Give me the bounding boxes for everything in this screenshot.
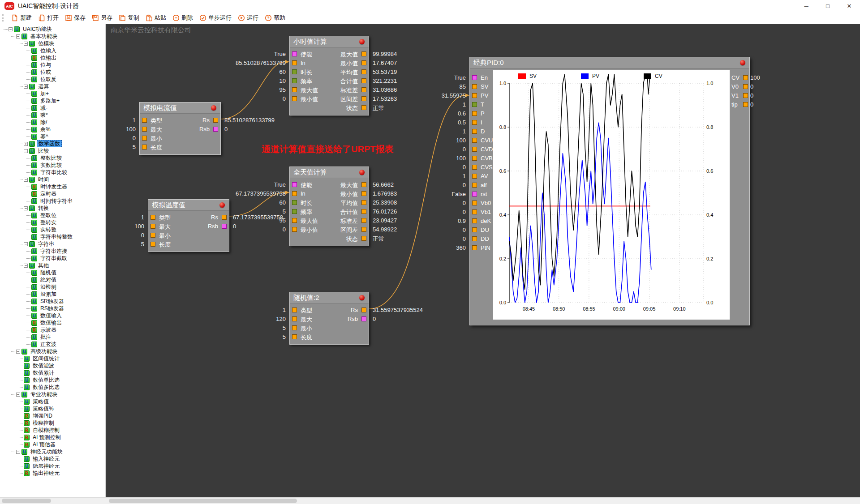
tree-item-沿检测[interactable]: U沿检测 bbox=[0, 283, 105, 290]
status-dot-icon[interactable] bbox=[359, 170, 365, 175]
port-square-orange[interactable] bbox=[150, 233, 155, 238]
tree-item-UAIC功能块[interactable]: −UUAIC功能块 bbox=[0, 26, 105, 33]
tree-item-除/[interactable]: U除/ bbox=[0, 119, 105, 126]
toolbar-button-open-file[interactable]: 打开 bbox=[35, 13, 62, 23]
collapse-box-icon[interactable]: − bbox=[24, 264, 28, 268]
status-dot-icon[interactable] bbox=[740, 60, 745, 65]
port-square-magenta[interactable] bbox=[213, 127, 218, 132]
port-square-orange[interactable] bbox=[292, 334, 297, 339]
port-square-orange[interactable] bbox=[361, 209, 366, 214]
port-square-orange[interactable] bbox=[361, 87, 366, 92]
port-square-orange[interactable] bbox=[472, 84, 477, 89]
tree-item-实数比较[interactable]: U实数比较 bbox=[0, 162, 105, 169]
port-square-orange[interactable] bbox=[222, 215, 227, 220]
port-square-orange[interactable] bbox=[743, 102, 748, 107]
tree-item-字符串[interactable]: −U字符串 bbox=[0, 240, 105, 248]
tree-item-时钟发生器[interactable]: R时钟发生器 bbox=[0, 183, 105, 190]
port-square-orange[interactable] bbox=[472, 120, 477, 125]
tree-item-数值多比选[interactable]: U数值多比选 bbox=[0, 384, 105, 391]
pid-block[interactable]: 经典PID:0 1.01.00.80.80.60.60.40.40.20.20.… bbox=[469, 57, 750, 325]
port-square-orange[interactable] bbox=[472, 236, 477, 241]
tree-item-位模块[interactable]: −U位模块 bbox=[0, 40, 105, 47]
port-square-orange[interactable] bbox=[150, 215, 155, 220]
port-square-orange[interactable] bbox=[361, 308, 366, 312]
toolbar-button-new-file[interactable]: 新建 bbox=[8, 13, 35, 23]
tree-item-随机值[interactable]: U随机值 bbox=[0, 269, 105, 276]
tree-item-数值累计[interactable]: U数值累计 bbox=[0, 369, 105, 376]
port-square-orange[interactable] bbox=[743, 84, 748, 89]
port-square-orange[interactable] bbox=[361, 96, 366, 101]
toolbar-grip[interactable] bbox=[2, 14, 5, 21]
port-square-orange[interactable] bbox=[472, 138, 477, 143]
tree-item-数值输出[interactable]: R数值输出 bbox=[0, 319, 105, 326]
tree-item-乘*[interactable]: U乘* bbox=[0, 111, 105, 119]
tree-item-多路加+[interactable]: U多路加+ bbox=[0, 97, 105, 104]
tree-item-策略值%[interactable]: U策略值% bbox=[0, 405, 105, 412]
tree-item-隐层神经元[interactable]: U隐层神经元 bbox=[0, 462, 105, 470]
port-square-orange[interactable] bbox=[743, 75, 748, 80]
tree-item-正玄波[interactable]: U正玄波 bbox=[0, 341, 105, 348]
port-square-magenta[interactable] bbox=[222, 224, 227, 229]
tree-item-运算[interactable]: −U运算 bbox=[0, 83, 105, 90]
tree-item-比较[interactable]: −U比较 bbox=[0, 147, 105, 154]
port-square-orange[interactable] bbox=[292, 60, 297, 65]
port-square-orange[interactable] bbox=[361, 227, 366, 232]
port-square-orange[interactable] bbox=[472, 129, 477, 134]
collapse-box-icon[interactable]: − bbox=[24, 85, 28, 89]
toolbar-button-help[interactable]: ?帮助 bbox=[262, 13, 288, 23]
port-square-orange[interactable] bbox=[292, 191, 297, 196]
tree-scrollbar-thumb[interactable] bbox=[2, 499, 51, 503]
port-square-magenta[interactable] bbox=[292, 182, 297, 187]
port-square-orange[interactable] bbox=[292, 325, 297, 330]
collapse-box-icon[interactable]: − bbox=[9, 27, 13, 31]
toolbar-button-paste[interactable]: 粘贴 bbox=[142, 13, 169, 23]
toolbar-button-step-run[interactable]: 单步运行 bbox=[196, 13, 235, 23]
port-square-orange[interactable] bbox=[743, 93, 748, 98]
port-square-magenta[interactable] bbox=[472, 75, 477, 80]
collapse-box-icon[interactable]: − bbox=[16, 350, 20, 354]
port-square-green[interactable] bbox=[292, 78, 297, 83]
toolbar-button-save[interactable]: 保存 bbox=[62, 13, 89, 23]
port-square-orange[interactable] bbox=[472, 183, 477, 188]
port-square-orange[interactable] bbox=[292, 87, 297, 92]
design-canvas[interactable]: 南京华米云控科技有限公司 通道计算值直接送给了URPT报表 经典PID:0 1.… bbox=[107, 24, 860, 498]
collapse-box-icon[interactable]: − bbox=[16, 393, 20, 397]
toolbar-button-delete[interactable]: 删除 bbox=[169, 13, 196, 23]
tree-item-区间值统计[interactable]: U区间值统计 bbox=[0, 355, 105, 362]
status-dot-icon[interactable] bbox=[211, 105, 216, 111]
tree-item-加+[interactable]: U加+ bbox=[0, 90, 105, 97]
tree-item-位输出[interactable]: R位输出 bbox=[0, 54, 105, 61]
port-square-green[interactable] bbox=[472, 102, 477, 107]
node-day-calc[interactable]: 全天值计算使能True最大值56.6662In67.1737395539758最… bbox=[289, 167, 369, 246]
status-dot-icon[interactable] bbox=[219, 202, 225, 208]
status-dot-icon[interactable] bbox=[359, 295, 365, 300]
port-square-orange[interactable] bbox=[361, 51, 366, 56]
collapse-box-icon[interactable]: − bbox=[24, 242, 28, 246]
tree-item-定时器[interactable]: R定时器 bbox=[0, 190, 105, 197]
tree-item-转换[interactable]: −U转换 bbox=[0, 205, 105, 212]
tree-item-幂^[interactable]: U幂^ bbox=[0, 133, 105, 140]
tree-item-整取位[interactable]: U整取位 bbox=[0, 212, 105, 219]
port-square-orange[interactable] bbox=[472, 156, 477, 161]
expand-box-icon[interactable]: + bbox=[24, 142, 28, 146]
tree-item-增强PID[interactable]: R增强PID bbox=[0, 412, 105, 419]
tree-item-输入神经元[interactable]: U输入神经元 bbox=[0, 455, 105, 462]
tree-item-时间[interactable]: −U时间 bbox=[0, 176, 105, 183]
tree-item-实转整[interactable]: U实转整 bbox=[0, 226, 105, 233]
port-square-magenta[interactable] bbox=[472, 192, 477, 196]
toolbar-button-run[interactable]: 运行 bbox=[235, 13, 262, 23]
tree-item-数值单比选[interactable]: U数值单比选 bbox=[0, 376, 105, 384]
tree-item-AI 预测控制[interactable]: RAI 预测控制 bbox=[0, 434, 105, 441]
tree-item-专业功能块[interactable]: −U专业功能块 bbox=[0, 391, 105, 398]
collapse-box-icon[interactable]: − bbox=[24, 149, 28, 153]
port-square-green[interactable] bbox=[292, 209, 297, 214]
port-square-orange[interactable] bbox=[213, 118, 218, 123]
tree-item-沿累加[interactable]: U沿累加 bbox=[0, 290, 105, 298]
tree-item-高级功能块[interactable]: −U高级功能块 bbox=[0, 348, 105, 355]
port-square-orange[interactable] bbox=[472, 147, 477, 152]
node-analog-current[interactable]: 模拟电流值类型1Rs85.5102876133799最大100Rsb0最小0长度… bbox=[139, 102, 221, 155]
maximize-button[interactable]: □ bbox=[817, 0, 838, 12]
tree-item-时间转字符串[interactable]: U时间转字符串 bbox=[0, 197, 105, 205]
port-square-orange[interactable] bbox=[292, 218, 297, 223]
tree-item-字符串转整数[interactable]: U字符串转整数 bbox=[0, 233, 105, 240]
